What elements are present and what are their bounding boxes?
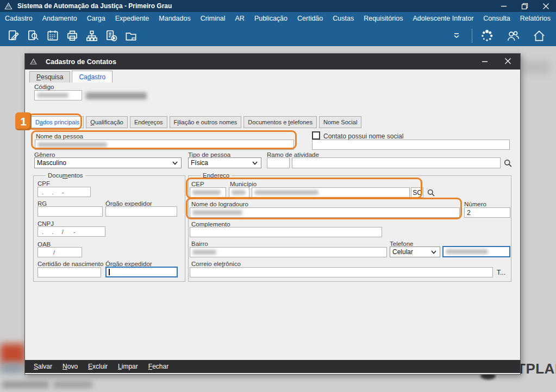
email-type-button[interactable]: T... — [497, 269, 505, 276]
menu-item-adolescente-infrator[interactable]: Adolescente Infrator — [408, 15, 478, 22]
print-icon[interactable] — [64, 28, 80, 44]
telefone-tipo-select[interactable]: Celular — [390, 246, 440, 257]
limpar-button[interactable]: Limpar — [118, 363, 138, 370]
menu-item-andamento[interactable]: Andamento — [38, 15, 82, 22]
edit-document-icon[interactable] — [5, 28, 22, 44]
users-icon[interactable] — [505, 28, 521, 44]
certidao-orgao-expedidor-input[interactable] — [105, 267, 178, 277]
redacted-status-text — [2, 381, 49, 388]
email-input[interactable] — [190, 267, 493, 277]
nome-social-checkbox[interactable] — [312, 131, 320, 140]
folder-icon[interactable] — [123, 28, 139, 44]
excluir-button[interactable]: Excluir — [88, 363, 108, 370]
search-document-icon[interactable] — [25, 28, 41, 44]
menu-item-relatorios[interactable]: Relatórios — [515, 15, 555, 22]
ramo-atividade-codigo-input[interactable] — [267, 157, 290, 168]
menu-item-custas[interactable]: Custas — [328, 15, 359, 22]
menu-item-consulta[interactable]: Consulta — [478, 15, 515, 22]
codigo-input[interactable] — [34, 90, 82, 100]
menu-item-criminal[interactable]: Criminal — [196, 15, 230, 22]
chevron-down-icon — [430, 249, 438, 255]
menu-item-certidao[interactable]: Certidão — [292, 15, 328, 22]
tab-qualificacao[interactable]: Qualificação — [86, 116, 128, 128]
municipio-search-icon[interactable] — [427, 188, 435, 199]
cep-label: CEP — [191, 181, 204, 187]
cpf-mask: . . - — [40, 189, 64, 195]
cnpj-input[interactable]: . . / - — [38, 226, 105, 237]
numero-value: 2 — [467, 209, 471, 217]
ramo-atividade-descricao-input[interactable] — [292, 157, 501, 168]
menu-item-expediente[interactable]: Expediente — [110, 15, 154, 22]
nome-pessoa-input[interactable] — [35, 140, 294, 150]
calendar-icon[interactable] — [45, 28, 61, 44]
window-minimize-button[interactable] — [501, 3, 507, 9]
org-chart-icon[interactable] — [84, 28, 100, 44]
menu-item-cadastro[interactable]: Cadastro — [0, 15, 38, 22]
telefone-numero-input[interactable] — [442, 246, 510, 257]
app-logo-icon — [2, 0, 14, 12]
municipio-nome-input[interactable] — [252, 187, 410, 198]
contact-registration-dialog: Cadastro de Contatos Pesquisa Cadastro C… — [24, 53, 521, 375]
tab-pesquisa[interactable]: Pesquisa — [29, 71, 70, 83]
tab-enderecos[interactable]: Endereços — [130, 116, 167, 128]
window-restore-button[interactable] — [521, 3, 528, 10]
redacted-value — [446, 249, 488, 254]
inner-tab-strip: Dados principais Qualificação Endereços … — [31, 116, 361, 128]
rg-orgao-expedidor-input[interactable] — [105, 206, 177, 217]
new-document-icon[interactable] — [103, 28, 120, 44]
ramo-atividade-search-icon[interactable] — [503, 159, 513, 170]
cpf-label: CPF — [38, 180, 50, 187]
redacted-value — [192, 250, 216, 255]
expand-toolbar-icon[interactable] — [451, 28, 462, 44]
tab-dados-principais[interactable]: Dados principais — [31, 116, 84, 128]
oab-mask: / — [53, 249, 55, 256]
window-close-button[interactable] — [542, 3, 549, 10]
endereco-legend: Endereço — [201, 172, 232, 179]
redacted-desktop-item — [0, 363, 24, 373]
nome-social-input[interactable] — [312, 140, 510, 150]
certidao-nascimento-input[interactable] — [38, 267, 101, 277]
home-icon[interactable] — [531, 28, 547, 44]
tab-filiacao-outros-nomes[interactable]: Filiação e outros nomes — [170, 116, 242, 128]
uf-value: SC — [413, 189, 422, 197]
redacted-value — [232, 190, 246, 195]
fechar-button[interactable]: Fechar — [148, 363, 168, 370]
cep-input[interactable] — [190, 187, 226, 198]
tipo-pessoa-select[interactable]: Física — [188, 157, 261, 168]
redacted-value — [37, 93, 68, 98]
municipio-label: Município — [230, 181, 257, 187]
certidao-nascimento-label: Certidão de nascimento — [38, 261, 103, 267]
genero-select[interactable]: Masculino — [34, 157, 182, 168]
menu-item-requisitorios[interactable]: Requisitórios — [359, 15, 408, 22]
redacted-value — [192, 190, 221, 195]
bairro-label: Bairro — [191, 241, 208, 247]
salvar-button[interactable]: Salvar — [34, 363, 52, 370]
cnpj-mask: . . / - — [40, 229, 76, 235]
logradouro-input[interactable] — [190, 207, 460, 218]
tab-cadastro[interactable]: Cadastro — [72, 71, 113, 83]
menu-item-mandados[interactable]: Mandados — [154, 15, 195, 22]
numero-label: Número — [464, 201, 486, 207]
nome-social-checkbox-label: Contato possui nome social — [323, 132, 403, 140]
uf-input[interactable]: SC — [411, 187, 423, 198]
municipio-codigo-input[interactable] — [229, 187, 249, 198]
dialog-close-button[interactable] — [504, 57, 511, 67]
dialog-minimize-button[interactable] — [482, 57, 488, 67]
bairro-input[interactable] — [190, 247, 387, 257]
menu-item-publicacao[interactable]: Publicação — [249, 15, 292, 22]
numero-input[interactable]: 2 — [464, 207, 510, 218]
menu-item-ar[interactable]: AR — [230, 15, 249, 22]
annotation-step-badge: 1 — [15, 112, 32, 130]
tab-nome-social[interactable]: Nome Social — [319, 116, 361, 128]
documentos-legend: Documentos — [46, 172, 85, 179]
loading-spinner-icon — [479, 28, 495, 44]
text-caret — [109, 269, 110, 275]
tab-documentos-telefones[interactable]: Documentos e telefones — [243, 116, 317, 128]
menu-item-carga[interactable]: Carga — [82, 15, 110, 22]
rg-input[interactable] — [38, 206, 103, 217]
cpf-input[interactable]: . . - — [38, 187, 91, 197]
novo-button[interactable]: Novo — [63, 363, 78, 370]
redacted-value — [192, 210, 242, 215]
oab-input[interactable]: / — [38, 247, 82, 257]
complemento-input[interactable] — [190, 227, 382, 237]
